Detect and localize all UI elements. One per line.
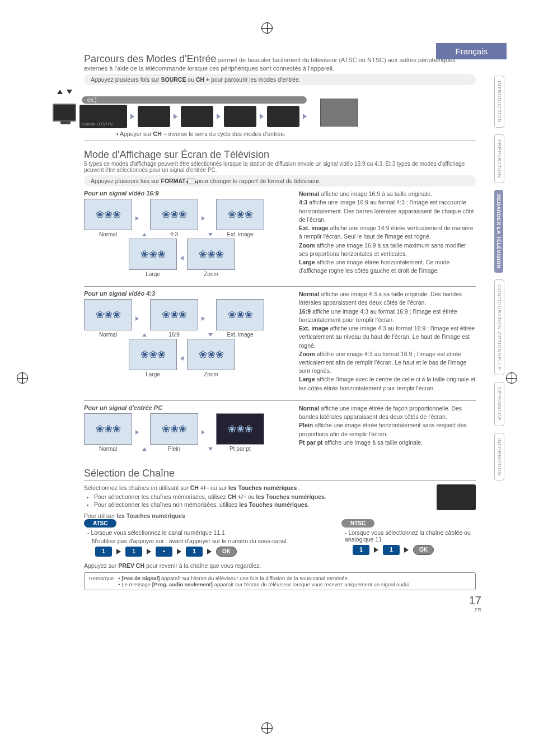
arrow-up-icon <box>142 233 147 236</box>
arrow-up-icon <box>67 90 72 94</box>
label: Large <box>146 271 160 277</box>
text: ou sur <box>210 484 228 491</box>
thumbnail-large: ❀❀❀ <box>129 239 177 270</box>
text: Sélectionnez les chaînes en utilisant su… <box>84 484 190 491</box>
atsc-line1: Lorsque vous sélectionnez le canal numér… <box>87 529 308 536</box>
arrow-right-icon <box>374 547 378 553</box>
language-tab: Français <box>436 43 507 59</box>
prevch-button-label: PREV CH <box>118 562 144 569</box>
remark-line: • [Pas de Signal] apparaît sur l'écran d… <box>118 575 411 581</box>
text: inverse le sens du cycle des modes d'ent… <box>168 130 285 137</box>
list-item: Pour sélectionner les chaînes mémorisées… <box>94 493 425 500</box>
section-tabs: INTRODUCTION PRÉPARATION REGARDER LA TÉL… <box>494 76 507 487</box>
thumbnail-normal: ❀❀❀ <box>84 299 132 330</box>
bullet-list: Pour sélectionner les chaînes mémorisées… <box>94 493 425 508</box>
tulip-icon: ❀❀❀ <box>96 208 121 221</box>
tab-introduction: INTRODUCTION <box>494 76 504 128</box>
signal-title: Pour un signal d'entrée PC <box>84 404 291 411</box>
tab-configuration: CONFIGURATION OPTIONNELLE <box>494 279 504 375</box>
tulip-icon: ❀❀❀ <box>199 248 224 260</box>
section1-title: Parcours des Modes d'Entrée <box>84 53 217 64</box>
text: Appuyez plusieurs fois sur <box>91 76 161 83</box>
line1: Sélectionnez les chaînes en utilisant su… <box>84 484 425 491</box>
arrow-down-icon <box>208 233 213 236</box>
text: pour revenir à la chaîne que vous regard… <box>146 562 261 569</box>
arrow-right-icon <box>404 547 409 553</box>
section2-title: Mode d'Affichage sur Écran de Télévision <box>84 149 269 160</box>
ntsc-line: Lorsque vous sélectionnez la chaîne câbl… <box>345 529 476 543</box>
mode-box <box>267 106 299 127</box>
tulip-icon: ❀❀❀ <box>96 423 121 435</box>
arrow-right-icon <box>202 430 205 435</box>
mode-box <box>224 106 256 127</box>
key-sequence-ntsc: 1 1 OK <box>353 545 476 555</box>
subhead: Pour utiliser les Touches numériques <box>84 512 476 519</box>
key-1: 1 <box>125 547 142 557</box>
key-1: 1 <box>383 545 400 555</box>
arrow-right-icon <box>135 430 139 435</box>
label: Ext. image <box>227 332 253 338</box>
registration-mark-icon <box>261 722 273 734</box>
tulip-icon: ❀❀❀ <box>140 248 166 260</box>
num-keys-label: les Touches numériques <box>228 484 297 491</box>
signal-43-block: Pour un signal vidéo 4:3 ❀❀❀Normal ❀❀❀16… <box>84 290 476 393</box>
label: Ext. image <box>227 231 253 237</box>
tulip-icon: ❀❀❀ <box>228 208 253 221</box>
separator <box>84 400 476 401</box>
key-sequence-atsc: 1 1 • 1 OK <box>95 547 308 557</box>
tulip-icon: ❀❀❀ <box>228 309 253 321</box>
arrow-right-icon <box>303 114 307 119</box>
arrow-up-icon <box>57 90 63 94</box>
tulip-icon: ❀❀❀ <box>140 348 166 361</box>
label: Zoom <box>204 371 218 377</box>
arrow-right-icon <box>135 316 139 321</box>
section-display-modes: Mode d'Affichage sur Écran de Télévision… <box>84 149 476 453</box>
registration-mark-icon <box>506 372 517 384</box>
ch-plus-minus-label: CH +/− <box>190 484 209 491</box>
section-channel-select: Sélection de Chaîne Sélectionnez les cha… <box>84 468 476 590</box>
arrow-up-icon <box>142 333 147 337</box>
signal-pc-desc: Normal affiche une image étirée de façon… <box>299 404 476 453</box>
signal-title: Pour un signal vidéo 4:3 <box>84 290 291 297</box>
text: [Pas de Signal] apparaît sur l'écran du … <box>121 575 349 581</box>
text: Appuyer sur <box>120 130 153 137</box>
tab-information: INFORMATION <box>494 433 504 481</box>
thumbnail-zoom: ❀❀❀ <box>187 339 235 370</box>
tulip-icon: ❀❀❀ <box>162 309 187 321</box>
label: 16:9 <box>168 332 179 338</box>
arrow-left-icon <box>180 256 184 260</box>
key-dot: • <box>156 547 172 557</box>
tv-icon <box>53 104 76 122</box>
arrow-down-icon <box>208 447 213 451</box>
arrow-up-icon <box>142 447 147 451</box>
arrow-right-icon <box>202 216 205 221</box>
section3-title: Sélection de Chaîne <box>84 468 175 479</box>
separator <box>84 480 476 481</box>
arrow-left-icon <box>180 356 184 361</box>
thumbnail-normal: ❀❀❀ <box>84 199 132 230</box>
section-input-modes: Parcours des Modes d'Entrée permet de ba… <box>84 53 476 141</box>
thumbnail-ext: ❀❀❀ <box>216 299 264 330</box>
arrow-right-icon <box>260 114 264 119</box>
input-cycle-diagram: ex.) Chaîne DTV/TV <box>53 96 476 128</box>
source-button-label: SOURCE <box>161 76 186 83</box>
arrow-right-icon <box>202 316 205 321</box>
arrow-right-icon <box>116 549 121 554</box>
text: pour changer le rapport de format du tél… <box>196 178 320 184</box>
signal-169-block: Pour un signal vidéo 16:9 ❀❀❀Normal ❀❀❀4… <box>84 190 476 278</box>
signal-43-desc: Normal affiche une image 4:3 à sa taille… <box>299 290 476 393</box>
label: Zoom <box>204 271 218 277</box>
page-num: 17 <box>469 594 481 607</box>
tab-depannage: DÉPANNAGE <box>494 382 504 426</box>
key-ok: OK <box>216 547 237 557</box>
arrow-right-icon <box>130 114 134 119</box>
text: Appuyez sur <box>84 562 118 569</box>
text: ou <box>188 76 196 83</box>
atsc-line2: N'oubliez pas d'appuyer sur . avant d'ap… <box>92 538 308 544</box>
key-1: 1 <box>353 545 369 555</box>
tv-preview-box <box>437 484 476 510</box>
signal-pc-block: Pour un signal d'entrée PC ❀❀❀Normal ❀❀❀… <box>84 404 476 453</box>
tab-preparation: PRÉPARATION <box>494 134 504 183</box>
tv-screenshot <box>320 99 358 127</box>
section2-note: 5 types de modes d'affichage peuvent êtr… <box>84 161 476 173</box>
